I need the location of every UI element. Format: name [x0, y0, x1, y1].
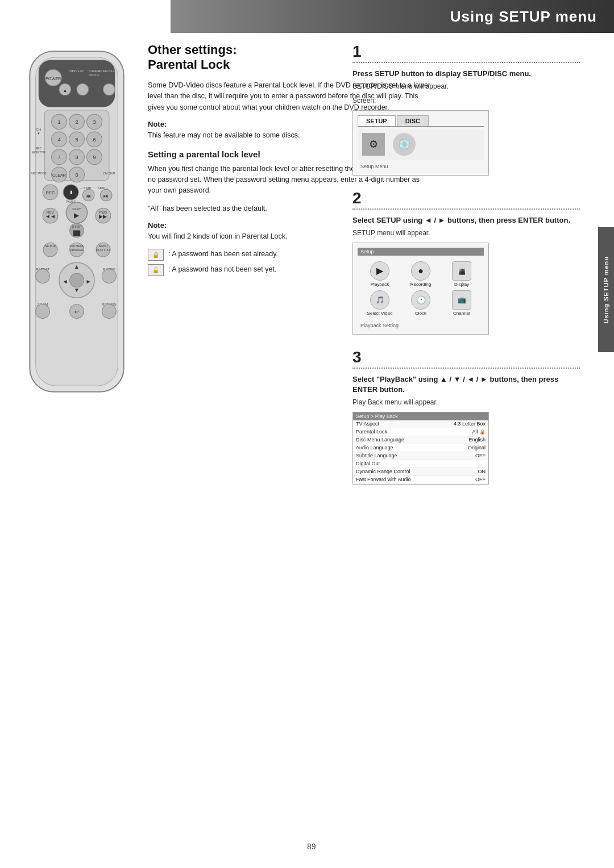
playback-table: Setup > Play Back TV Aspect4:3 Letter Bo…: [352, 412, 489, 485]
svg-point-78: [70, 273, 84, 287]
table-cell-label: Fast Forward with Audio: [353, 475, 437, 483]
step3-dots: [352, 368, 580, 369]
screen1-label: Setup Menu: [358, 162, 484, 170]
svg-text:0: 0: [75, 172, 78, 178]
step1-desc-line1: SETUP/DISC menu will appear.: [352, 82, 580, 91]
step2-desc: SETUP menu will appear.: [352, 228, 580, 238]
table-cell-value: Original: [437, 444, 488, 452]
svg-text:SKIP→: SKIP→: [97, 186, 109, 190]
svg-text:CH: CH: [36, 127, 41, 131]
svg-text:⏭: ⏭: [103, 193, 109, 199]
table-title: Setup > Play Back: [353, 412, 488, 420]
icon2-label: : A password has not been set yet.: [168, 264, 276, 275]
svg-point-74: [36, 269, 50, 283]
table-row: Subtitle LanguageOFF: [353, 452, 488, 460]
title-line1: Other settings:: [148, 43, 237, 57]
svg-text:MENU: MENU: [99, 244, 107, 248]
side-tab-label: Using SETUP menu: [603, 256, 609, 323]
svg-text:↩: ↩: [74, 309, 79, 315]
svg-text:ORIGINAL: ORIGINAL: [70, 248, 84, 252]
svg-text:DISPLAY: DISPLAY: [69, 69, 84, 73]
screen2-display: ▦ Display: [443, 261, 480, 287]
table-cell-label: Subtitle Language: [353, 452, 437, 460]
table-cell-label: Digital Out: [353, 460, 437, 468]
svg-text:⏮: ⏮: [86, 193, 91, 199]
svg-text:MONITOR: MONITOR: [32, 151, 46, 154]
table-cell-label: Parental Lock: [353, 428, 437, 436]
side-tab: Using SETUP menu: [598, 227, 614, 352]
table-cell-value: 4:3 Letter Box: [437, 420, 488, 428]
svg-text:7: 7: [57, 155, 60, 160]
svg-text:▲: ▲: [63, 88, 67, 93]
table-cell-value: OFF: [437, 452, 488, 460]
table-cell-value: OFF: [437, 475, 488, 483]
svg-text:▼: ▼: [37, 131, 40, 135]
svg-text:9: 9: [93, 155, 96, 160]
clock-label: Clock: [402, 311, 439, 316]
svg-text:REC MODE: REC MODE: [31, 172, 47, 175]
svg-text:TOP MENU: TOP MENU: [69, 244, 84, 248]
svg-text:▲: ▲: [74, 264, 80, 270]
step3-instruction: Select "PlayBack" using ▲ / ▼ / ◄ / ► bu…: [352, 374, 580, 395]
table-row: Disc Menu LanguageEnglish: [353, 436, 488, 444]
screen2-title: Setup: [358, 248, 484, 256]
step2-instruction: Select SETUP using ◄ / ► buttons, then p…: [352, 215, 580, 226]
password-not-set-icon: 🔓: [148, 264, 164, 276]
table-cell-value: [437, 460, 488, 468]
display-label: Display: [443, 282, 480, 287]
table-cell-label: Dynamic Range Control: [353, 468, 437, 475]
step2-number: 2: [352, 189, 580, 207]
selectvideo-label: Select Video: [361, 311, 399, 316]
svg-point-11: [103, 84, 115, 95]
step-2: 2 Select SETUP using ◄ / ► buttons, then…: [352, 189, 580, 335]
screen2-channel: 📺 Channel: [443, 290, 480, 316]
step3-number: 3: [352, 348, 580, 366]
table-cell-label: Disc Menu Language: [353, 436, 437, 444]
svg-text:6: 6: [93, 137, 96, 143]
screen2-selectvideo: 🎵 Select Video: [361, 290, 399, 316]
step1-number: 1: [352, 43, 580, 61]
page-title: Using SETUP menu: [450, 8, 597, 26]
table-row: Dynamic Range ControlON: [353, 468, 488, 475]
screen2-sublabel: Playback Setting: [358, 322, 484, 329]
svg-text:▶: ▶: [74, 211, 80, 219]
header-bar: Using SETUP menu: [171, 0, 614, 33]
steps-area: 1 Press SETUP button to display SETUP/DI…: [352, 43, 580, 498]
svg-text:◄◄: ◄◄: [45, 214, 55, 219]
svg-rect-64: [73, 231, 80, 236]
channel-label: Channel: [443, 311, 480, 316]
step1-desc-line2: Screen:: [352, 96, 580, 106]
table-row: Digital Out: [353, 460, 488, 468]
svg-text:4: 4: [57, 137, 60, 143]
screen1-tabs: SETUP DISC: [358, 115, 484, 127]
screen1-setup-icon: ⚙: [362, 133, 385, 157]
screen2-clock: 🕐 Clock: [402, 290, 439, 316]
svg-point-84: [36, 304, 50, 319]
svg-text:◄: ◄: [62, 278, 68, 285]
step3-desc: Play Back menu will appear.: [352, 398, 580, 407]
page-number: 89: [307, 842, 316, 851]
svg-text:►: ►: [86, 278, 92, 285]
screen2-recording: ● Recording: [402, 261, 439, 287]
svg-text:⏸: ⏸: [68, 190, 73, 195]
step-1: 1 Press SETUP button to display SETUP/DI…: [352, 43, 580, 176]
screen2-playback: ▶ Playback: [361, 261, 399, 287]
screen-mock-1: SETUP DISC ⚙ 💿 Setup Menu: [352, 110, 489, 176]
remote-control: POWER DISPLAY TIMER PROG. OPEN CLOSE ▲ C…: [17, 45, 136, 398]
svg-text:OPEN CLOSE: OPEN CLOSE: [98, 69, 121, 73]
screen1-disc-icon: 💿: [393, 133, 416, 157]
step1-instruction: Press SETUP button to display SETUP/DISC…: [352, 69, 580, 79]
table-cell-value: English: [437, 436, 488, 444]
icon1-label: : A password has been set already.: [168, 249, 278, 260]
playback-settings-table: TV Aspect4:3 Letter BoxParental LockAll …: [353, 420, 488, 484]
screen1-tab-disc: DISC: [397, 115, 429, 126]
svg-point-76: [102, 269, 116, 283]
table-row: TV Aspect4:3 Letter Box: [353, 420, 488, 428]
step1-dots: [352, 62, 580, 63]
password-set-icon: 🔒: [148, 249, 164, 261]
svg-text:SETUP: SETUP: [44, 244, 56, 248]
table-cell-label: TV Aspect: [353, 420, 437, 428]
svg-text:▶▶: ▶▶: [99, 214, 107, 219]
svg-text:REC: REC: [35, 147, 42, 150]
svg-text:3: 3: [93, 119, 96, 125]
